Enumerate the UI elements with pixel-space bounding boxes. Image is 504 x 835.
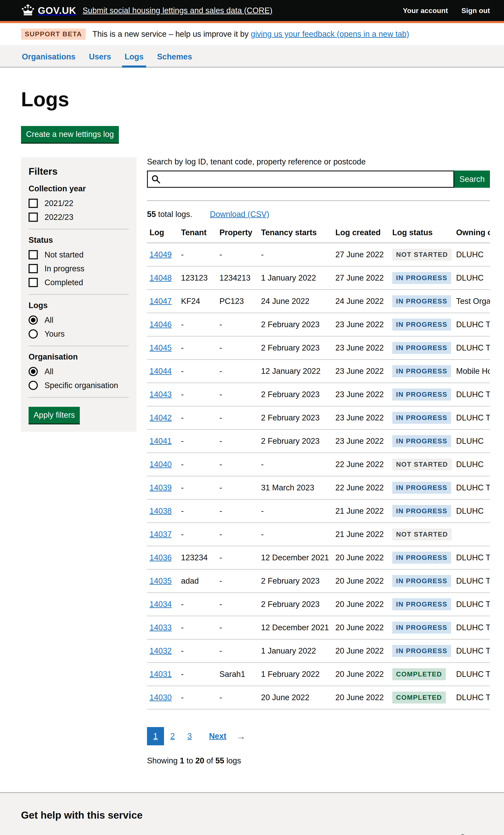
option-label: 2022/23 [44, 213, 73, 222]
log-link[interactable]: 14040 [149, 460, 172, 469]
cell-owning-organisation: DLUHC Test [453, 663, 490, 686]
cell-tenancy-starts: 2 February 2023 [259, 569, 333, 593]
log-link[interactable]: 14045 [149, 343, 172, 352]
cell-tenancy-starts: 12 December 2021 [259, 616, 333, 639]
search-input[interactable] [147, 170, 454, 188]
cell-owning-organisation: DLUHC Test [453, 569, 490, 593]
cell-owning-organisation: DLUHC Test [453, 616, 490, 639]
cell-tenant: - [179, 686, 217, 709]
nav-item-logs[interactable]: Logs [124, 45, 144, 67]
showing-summary: Showing 1 to 20 of 55 logs [147, 756, 490, 765]
log-link[interactable]: 14037 [149, 530, 172, 539]
log-link[interactable]: 14039 [149, 483, 172, 492]
checkbox-icon[interactable] [28, 264, 38, 273]
nav-item-users[interactable]: Users [88, 45, 112, 67]
support-beta-tag: SUPPORT BETA [21, 28, 86, 40]
feedback-link[interactable]: giving us your feedback (opens in a new … [251, 29, 409, 38]
radio-icon[interactable] [28, 381, 38, 390]
cell-tenancy-starts: 12 January 2022 [259, 360, 333, 383]
log-link[interactable]: 14038 [149, 507, 172, 515]
govuk-logo[interactable]: GOV.UK [21, 4, 76, 17]
cell-owning-organisation: DLUHC Test [453, 336, 490, 360]
checkbox-2022-23-collection-year[interactable]: 2022/23 [28, 212, 129, 222]
nav-item-organisations[interactable]: Organisations [21, 45, 77, 67]
pagination-page-3[interactable]: 3 [181, 727, 198, 745]
log-link[interactable]: 14048 [149, 273, 172, 282]
radio-all-organisation[interactable]: All [28, 367, 129, 376]
search-button[interactable]: Search [454, 170, 490, 188]
radio-all-logs[interactable]: All [28, 315, 129, 325]
cell-tenant: - [179, 313, 217, 336]
cell-log-created: 20 June 2022 [333, 546, 390, 569]
cell-owning-organisation: DLUHC [453, 429, 490, 453]
cell-property: - [217, 476, 259, 500]
status-badge: In progress [392, 482, 451, 494]
pagination-page-1[interactable]: 1 [147, 727, 164, 745]
checkbox-icon[interactable] [28, 199, 38, 208]
create-lettings-log-button[interactable]: Create a new lettings log [21, 126, 119, 143]
cell-owning-organisation: Test Organisation [453, 290, 490, 313]
log-link[interactable]: 14043 [149, 390, 172, 399]
status-badge: In progress [392, 645, 451, 657]
table-row: 14034--2 February 202320 June 2022In pro… [147, 593, 490, 616]
cell-log-created: 21 June 2022 [333, 500, 390, 523]
checkbox-not-started-status[interactable]: Not started [28, 250, 129, 259]
primary-navigation: OrganisationsUsersLogsSchemes [0, 45, 504, 68]
log-link[interactable]: 14035 [149, 576, 172, 585]
log-link[interactable]: 14047 [149, 297, 172, 306]
showing-to: 20 [195, 756, 204, 765]
log-link[interactable]: 14032 [149, 646, 172, 655]
log-link[interactable]: 14046 [149, 320, 172, 329]
phase-banner-text-before: This is a new service – help us improve … [93, 29, 251, 38]
checkbox-completed-status[interactable]: Completed [28, 278, 129, 287]
cell-property: - [217, 383, 259, 406]
checkbox-in-progress-status[interactable]: In progress [28, 264, 129, 273]
your-account-link[interactable]: Your account [403, 6, 448, 15]
cell-log-created: 20 June 2022 [333, 616, 390, 639]
service-name-link[interactable]: Submit social housing lettings and sales… [82, 6, 273, 15]
cell-log-created: 23 June 2022 [333, 429, 390, 453]
radio-icon[interactable] [28, 367, 38, 376]
log-link[interactable]: 14049 [149, 250, 172, 259]
radio-icon[interactable] [28, 329, 38, 339]
apply-filters-button[interactable]: Apply filters [28, 407, 80, 423]
checkbox-icon[interactable] [28, 212, 38, 222]
radio-yours-logs[interactable]: Yours [28, 329, 129, 339]
cell-log-created: 20 June 2022 [333, 593, 390, 616]
sign-out-link[interactable]: Sign out [461, 6, 490, 15]
checkbox-icon[interactable] [28, 278, 38, 287]
filter-group-status: StatusNot startedIn progressCompleted [28, 236, 129, 294]
nav-item-schemes[interactable]: Schemes [156, 45, 193, 67]
cell-owning-organisation: DLUHC [453, 500, 490, 523]
log-link[interactable]: 14042 [149, 413, 172, 422]
radio-icon[interactable] [28, 315, 38, 325]
log-link[interactable]: 14036 [149, 553, 172, 562]
cell-tenancy-starts: - [259, 523, 333, 546]
cell-owning-organisation: DLUHC Test [453, 383, 490, 406]
cell-tenant: - [179, 336, 217, 360]
table-row: 14033--12 December 202120 June 2022In pr… [147, 616, 490, 639]
cell-owning-organisation: DLUHC [453, 266, 490, 290]
search-box [147, 170, 454, 188]
cell-log-created: 21 June 2022 [333, 523, 390, 546]
log-link[interactable]: 14034 [149, 600, 172, 609]
pagination-next-link[interactable]: Next [203, 727, 233, 745]
log-link[interactable]: 14033 [149, 623, 172, 632]
pagination-page-2[interactable]: 2 [164, 727, 181, 745]
checkbox-icon[interactable] [28, 250, 38, 259]
log-link[interactable]: 14031 [149, 670, 172, 678]
status-badge: Completed [392, 668, 446, 680]
checkbox-2021-22-collection-year[interactable]: 2021/22 [28, 199, 129, 208]
cell-tenancy-starts: - [259, 243, 333, 266]
log-link[interactable]: 14041 [149, 436, 172, 445]
cell-owning-organisation: DLUHC [453, 453, 490, 476]
logs-table: LogTenantPropertyTenancy startsLog creat… [147, 226, 490, 709]
cell-owning-organisation: DLUHC Test [453, 406, 490, 429]
log-link[interactable]: 14044 [149, 367, 172, 375]
download-csv-link[interactable]: Download (CSV) [210, 210, 269, 219]
filter-group-heading: Status [28, 236, 129, 245]
table-row: 14031-Sarah11 February 202220 June 2022C… [147, 663, 490, 686]
log-link[interactable]: 14030 [149, 693, 172, 702]
radio-specific-organisation-organisation[interactable]: Specific organisation [28, 381, 129, 390]
status-badge: Completed [392, 692, 446, 704]
